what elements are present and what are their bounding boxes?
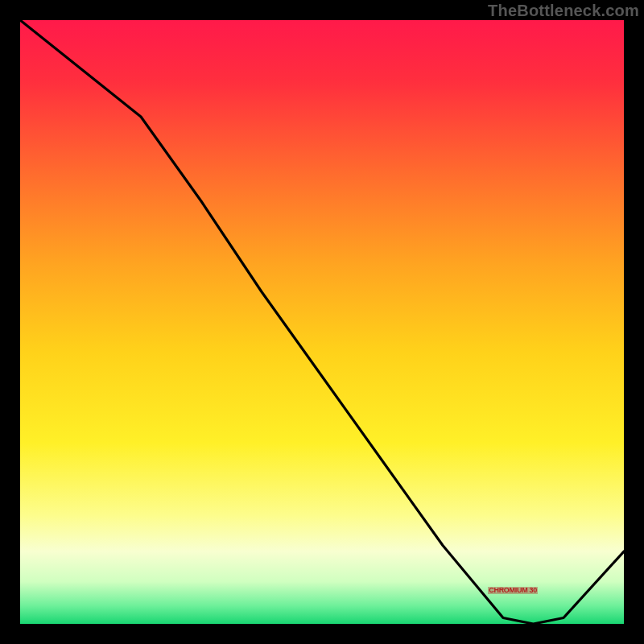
- attribution-text: TheBottleneck.com: [488, 2, 639, 20]
- chart-stage: TheBottleneck.com CHROMIUM 30: [0, 0, 644, 644]
- chart-line: [20, 20, 624, 624]
- annotation-label: CHROMIUM 30: [488, 587, 538, 594]
- plot-area: CHROMIUM 30: [20, 20, 624, 624]
